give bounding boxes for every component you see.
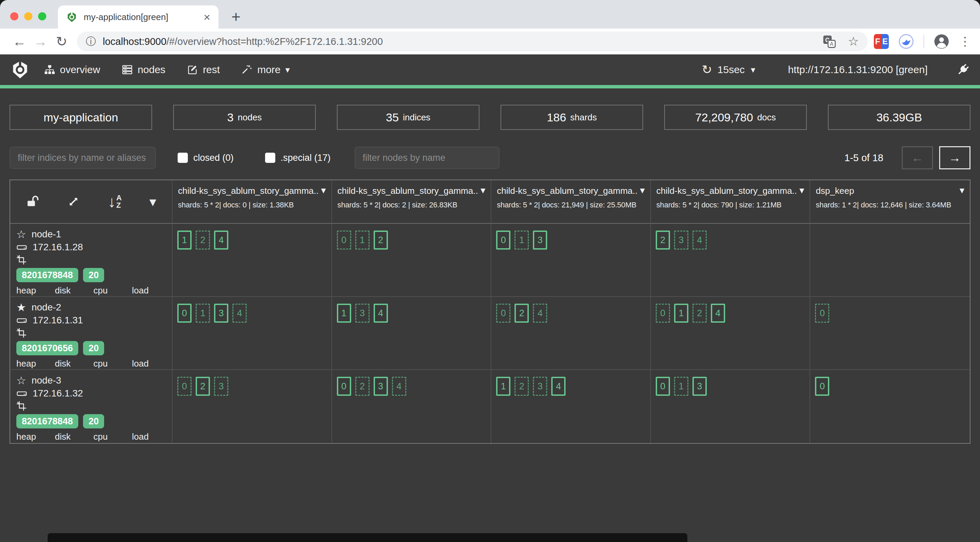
profile-avatar[interactable] (934, 34, 950, 49)
chevron-down-icon[interactable]: ▾ (321, 185, 326, 195)
index-column-header[interactable]: child-ks_sys_ablum_story_gamma... ▾ shar… (332, 180, 492, 224)
app-nav-items: overview nodes rest (44, 64, 290, 76)
primary-shard-box[interactable]: 2 (374, 231, 388, 250)
node-badges: 820167884820 (16, 414, 166, 428)
replica-shard-box[interactable]: 0 (177, 377, 192, 396)
chevron-down-icon[interactable]: ▾ (751, 65, 756, 74)
replica-shard-box[interactable]: 1 (514, 231, 529, 250)
nav-item-rest[interactable]: rest (187, 64, 220, 76)
fullscreen-window-button[interactable] (38, 12, 46, 21)
replica-shard-box[interactable]: 3 (674, 231, 688, 250)
caret-down-icon[interactable]: ▾ (150, 195, 156, 208)
filter-nodes-input[interactable] (355, 147, 500, 169)
primary-shard-box[interactable]: 4 (374, 304, 388, 323)
refresh-icon[interactable]: ↻ (702, 63, 712, 76)
replica-shard-box[interactable]: 2 (692, 304, 707, 323)
index-column-header[interactable]: child-ks_sys_ablum_story_gamma... ▾ shar… (651, 180, 811, 224)
replica-shard-box[interactable]: 2 (355, 377, 369, 396)
replica-shard-box[interactable]: 3 (355, 304, 369, 323)
node-name[interactable]: node-2 (32, 302, 61, 313)
sitemap-icon (44, 64, 55, 75)
primary-shard-box[interactable]: 0 (496, 231, 511, 250)
stat-label: indices (403, 112, 430, 123)
special-checkbox[interactable] (265, 153, 275, 163)
node-ip: 172.16.1.32 (33, 388, 83, 399)
nav-item-more[interactable]: more ▾ (242, 64, 290, 76)
special-checkbox-group[interactable]: .special (17) (265, 153, 331, 163)
chevron-down-icon[interactable]: ▾ (799, 185, 804, 195)
address-bar[interactable]: ⓘ localhost:9000 /#/overview?host=http:%… (77, 32, 868, 51)
index-column-header[interactable]: dsp_keep ▾ shards: 1 * 2| docs: 12,646 |… (810, 180, 970, 224)
replica-shard-box[interactable]: 4 (232, 304, 247, 323)
browser-tab[interactable]: my-application[green] × (58, 5, 218, 29)
chevron-down-icon[interactable]: ▾ (480, 185, 485, 195)
back-icon[interactable]: ← (9, 35, 30, 48)
replica-shard-box[interactable]: 0 (496, 304, 511, 323)
disconnect-plug-icon[interactable] (956, 63, 970, 76)
primary-shard-box[interactable]: 1 (496, 377, 511, 396)
replica-shard-box[interactable]: 3 (214, 377, 228, 396)
primary-shard-box[interactable]: 4 (711, 304, 725, 323)
node-name[interactable]: node-3 (32, 375, 61, 386)
primary-shard-box[interactable]: 3 (692, 377, 707, 396)
closed-checkbox[interactable] (178, 153, 188, 163)
bird-extension-icon[interactable] (898, 34, 914, 49)
primary-shard-box[interactable]: 0 (337, 377, 351, 396)
index-column-header[interactable]: child-ks_sys_ablum_story_gamma... ▾ shar… (492, 180, 651, 224)
primary-shard-box[interactable]: 0 (177, 304, 192, 323)
node-name[interactable]: node-1 (32, 229, 61, 240)
chevron-down-icon[interactable]: ▾ (959, 185, 964, 195)
minimize-window-button[interactable] (24, 12, 32, 21)
primary-shard-box[interactable]: 0 (815, 377, 829, 396)
primary-shard-box[interactable]: 4 (214, 231, 228, 250)
expand-arrows-icon[interactable] (67, 195, 80, 208)
nav-item-nodes[interactable]: nodes (122, 64, 165, 76)
page-info-icon[interactable]: ⓘ (86, 35, 96, 49)
primary-shard-box[interactable]: 1 (337, 304, 351, 323)
node-badges: 820167884820 (16, 268, 166, 282)
replica-shard-box[interactable]: 2 (196, 231, 210, 250)
replica-shard-box[interactable]: 2 (514, 377, 529, 396)
replica-shard-box[interactable]: 4 (392, 377, 406, 396)
replica-shard-box[interactable]: 0 (815, 304, 829, 323)
sort-alpha-asc-icon[interactable]: ↓ AZ (108, 194, 122, 209)
closed-checkbox-group[interactable]: closed (0) (178, 153, 234, 163)
fe-extension-icon[interactable]: FE (874, 34, 889, 49)
primary-shard-box[interactable]: 2 (196, 377, 210, 396)
replica-shard-box[interactable]: 3 (533, 377, 547, 396)
new-tab-button[interactable]: + (231, 9, 240, 24)
bookmark-star-icon[interactable]: ☆ (848, 35, 859, 48)
chevron-down-icon[interactable]: ▾ (640, 185, 645, 195)
browser-menu-icon[interactable]: ⋮ (959, 35, 971, 48)
translate-icon[interactable]: G A (822, 34, 837, 49)
tab-close-icon[interactable]: × (204, 11, 210, 23)
primary-shard-box[interactable]: 4 (551, 377, 566, 396)
reload-icon[interactable]: ↻ (51, 35, 72, 48)
replica-shard-box[interactable]: 4 (533, 304, 547, 323)
primary-shard-box[interactable]: 3 (214, 304, 228, 323)
replica-shard-box[interactable]: 1 (355, 231, 369, 250)
node-stat-badge: 8201670656 (16, 341, 78, 355)
shard-cell: 0124 (651, 297, 811, 370)
replica-shard-box[interactable]: 0 (656, 304, 670, 323)
nav-item-overview[interactable]: overview (44, 64, 100, 76)
unlock-icon[interactable] (26, 195, 40, 208)
index-column-header[interactable]: child-ks_sys_ablum_story_gamma... ▾ shar… (172, 180, 332, 224)
refresh-interval-select[interactable]: 15sec (718, 64, 745, 76)
next-page-button[interactable]: → (939, 146, 970, 170)
replica-shard-box[interactable]: 1 (674, 377, 688, 396)
primary-shard-box[interactable]: 1 (674, 304, 688, 323)
stat-box: 35 indices (337, 105, 479, 130)
primary-shard-box[interactable]: 3 (374, 377, 388, 396)
primary-shard-box[interactable]: 2 (656, 231, 670, 250)
replica-shard-box[interactable]: 1 (196, 304, 210, 323)
primary-shard-box[interactable]: 2 (514, 304, 529, 323)
filter-indices-input[interactable] (10, 147, 156, 169)
metric-label: heap (16, 358, 50, 369)
replica-shard-box[interactable]: 0 (337, 231, 351, 250)
replica-shard-box[interactable]: 4 (692, 231, 707, 250)
primary-shard-box[interactable]: 0 (656, 377, 670, 396)
close-window-button[interactable] (10, 12, 18, 21)
primary-shard-box[interactable]: 1 (177, 231, 192, 250)
primary-shard-box[interactable]: 3 (533, 231, 547, 250)
